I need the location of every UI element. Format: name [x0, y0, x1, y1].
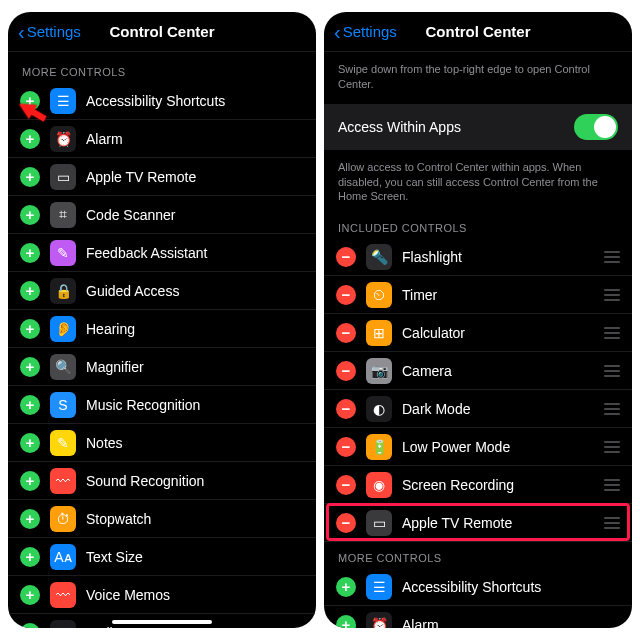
control-label: Hearing [86, 321, 135, 337]
control-label: Code Scanner [86, 207, 176, 223]
control-row-sound-recognition[interactable]: +〰Sound Recognition [8, 462, 316, 500]
header: ‹ Settings Control Center [324, 12, 632, 52]
control-row-dark-mode[interactable]: −◐Dark Mode [324, 390, 632, 428]
add-button[interactable]: + [20, 357, 40, 377]
add-button[interactable]: + [20, 281, 40, 301]
add-button[interactable]: + [20, 433, 40, 453]
header: ‹ Settings Control Center [8, 12, 316, 52]
control-row-alarm[interactable]: +⏰Alarm [8, 120, 316, 158]
remove-button[interactable]: − [336, 361, 356, 381]
control-row-camera[interactable]: −📷Camera [324, 352, 632, 390]
control-row-alarm[interactable]: +⏰Alarm [324, 606, 632, 628]
remove-button[interactable]: − [336, 513, 356, 533]
control-label: Feedback Assistant [86, 245, 207, 261]
add-button[interactable]: + [336, 577, 356, 597]
drag-handle-icon[interactable] [604, 251, 620, 263]
control-row-screen-recording[interactable]: −◉Screen Recording [324, 466, 632, 504]
remove-button[interactable]: − [336, 437, 356, 457]
control-label: Calculator [402, 325, 465, 341]
control-label: Magnifier [86, 359, 144, 375]
section-more-controls: MORE CONTROLS [324, 542, 632, 568]
add-button[interactable]: + [20, 547, 40, 567]
control-row-calculator[interactable]: −⊞Calculator [324, 314, 632, 352]
control-row-accessibility-shortcuts[interactable]: +☰Accessibility Shortcuts [324, 568, 632, 606]
control-label: Notes [86, 435, 123, 451]
control-label: Alarm [86, 131, 123, 147]
apple-tv-remote-icon: ▭ [50, 164, 76, 190]
add-button[interactable]: + [20, 471, 40, 491]
add-button[interactable]: + [20, 205, 40, 225]
control-label: Accessibility Shortcuts [402, 579, 541, 595]
toggle-description: Allow access to Control Center within ap… [324, 154, 632, 213]
control-row-apple-tv-remote[interactable]: −▭Apple TV Remote [324, 504, 632, 542]
add-button[interactable]: + [20, 395, 40, 415]
drag-handle-icon[interactable] [604, 441, 620, 453]
control-row-guided-access[interactable]: +🔒Guided Access [8, 272, 316, 310]
control-row-text-size[interactable]: +AᴀText Size [8, 538, 316, 576]
alarm-icon: ⏰ [366, 612, 392, 628]
control-row-voice-memos[interactable]: +〰Voice Memos [8, 576, 316, 614]
remove-button[interactable]: − [336, 285, 356, 305]
calculator-icon: ⊞ [366, 320, 392, 346]
remove-button[interactable]: − [336, 399, 356, 419]
control-label: Timer [402, 287, 437, 303]
phone-left: ‹ Settings Control Center MORE CONTROLS … [8, 12, 316, 628]
control-row-stopwatch[interactable]: +⏱Stopwatch [8, 500, 316, 538]
control-row-apple-tv-remote[interactable]: +▭Apple TV Remote [8, 158, 316, 196]
add-button[interactable]: + [20, 509, 40, 529]
page-title: Control Center [334, 23, 622, 40]
remove-button[interactable]: − [336, 475, 356, 495]
low-power-mode-icon: 🔋 [366, 434, 392, 460]
add-button[interactable]: + [20, 167, 40, 187]
control-row-code-scanner[interactable]: +⌗Code Scanner [8, 196, 316, 234]
control-label: Voice Memos [86, 587, 170, 603]
hearing-icon: 👂 [50, 316, 76, 342]
magnifier-icon: 🔍 [50, 354, 76, 380]
add-button[interactable]: + [20, 129, 40, 149]
section-included: INCLUDED CONTROLS [324, 212, 632, 238]
access-within-apps-row[interactable]: Access Within Apps [324, 104, 632, 150]
add-button[interactable]: + [336, 615, 356, 628]
drag-handle-icon[interactable] [604, 517, 620, 529]
control-label: Sound Recognition [86, 473, 204, 489]
drag-handle-icon[interactable] [604, 327, 620, 339]
control-label: Screen Recording [402, 477, 514, 493]
control-row-flashlight[interactable]: −🔦Flashlight [324, 238, 632, 276]
drag-handle-icon[interactable] [604, 365, 620, 377]
timer-icon: ⏲ [366, 282, 392, 308]
control-label: Accessibility Shortcuts [86, 93, 225, 109]
add-button[interactable]: + [20, 319, 40, 339]
notes-icon: ✎ [50, 430, 76, 456]
control-row-notes[interactable]: +✎Notes [8, 424, 316, 462]
control-row-timer[interactable]: −⏲Timer [324, 276, 632, 314]
phone-right: ‹ Settings Control Center Swipe down fro… [324, 12, 632, 628]
apple-tv-remote-icon: ▭ [366, 510, 392, 536]
flashlight-icon: 🔦 [366, 244, 392, 270]
control-row-low-power-mode[interactable]: −🔋Low Power Mode [324, 428, 632, 466]
add-button[interactable]: + [20, 623, 40, 628]
control-label: Low Power Mode [402, 439, 510, 455]
guided-access-icon: 🔒 [50, 278, 76, 304]
drag-handle-icon[interactable] [604, 479, 620, 491]
toggle-label: Access Within Apps [338, 119, 461, 135]
add-button[interactable]: + [20, 243, 40, 263]
screen-recording-icon: ◉ [366, 472, 392, 498]
remove-button[interactable]: − [336, 323, 356, 343]
accessibility-shortcuts-icon: ☰ [50, 88, 76, 114]
control-row-magnifier[interactable]: +🔍Magnifier [8, 348, 316, 386]
control-row-hearing[interactable]: +👂Hearing [8, 310, 316, 348]
accessibility-shortcuts-icon: ☰ [366, 574, 392, 600]
control-row-accessibility-shortcuts[interactable]: +☰Accessibility Shortcuts [8, 82, 316, 120]
control-label: Stopwatch [86, 511, 151, 527]
content: MORE CONTROLS +☰Accessibility Shortcuts+… [8, 52, 316, 628]
page-title: Control Center [18, 23, 306, 40]
control-row-music-recognition[interactable]: +SMusic Recognition [8, 386, 316, 424]
drag-handle-icon[interactable] [604, 403, 620, 415]
music-recognition-icon: S [50, 392, 76, 418]
remove-button[interactable]: − [336, 247, 356, 267]
drag-handle-icon[interactable] [604, 289, 620, 301]
alarm-icon: ⏰ [50, 126, 76, 152]
toggle-switch[interactable] [574, 114, 618, 140]
add-button[interactable]: + [20, 585, 40, 605]
control-row-feedback-assistant[interactable]: +✎Feedback Assistant [8, 234, 316, 272]
